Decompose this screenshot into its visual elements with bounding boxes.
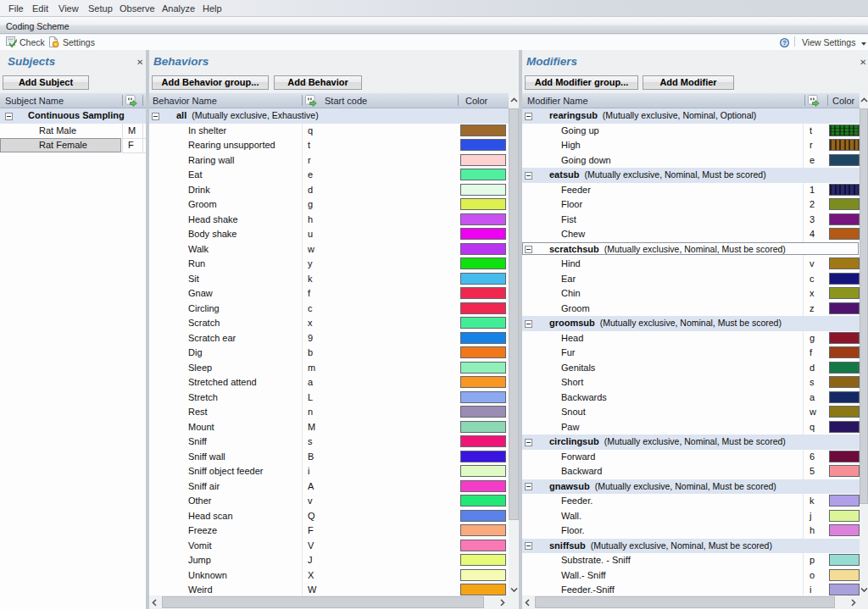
svg-text:?: ?	[782, 39, 787, 47]
